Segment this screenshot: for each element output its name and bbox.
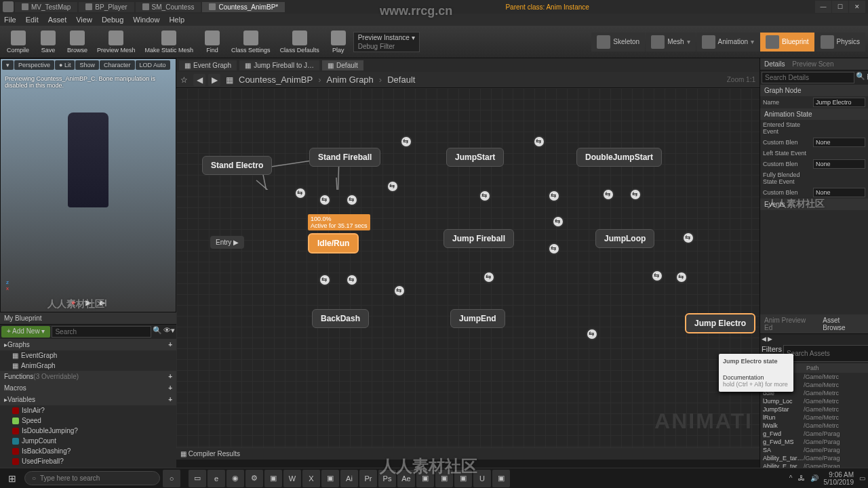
illustrator-icon[interactable]: Ai: [340, 470, 358, 487]
eye-icon[interactable]: 👁▾: [163, 326, 175, 338]
mode-physics[interactable]: Physics: [815, 33, 865, 52]
excel-icon[interactable]: X: [302, 470, 320, 487]
browse-button[interactable]: Browse: [63, 29, 92, 55]
var-jumpcount[interactable]: JumpCount: [0, 436, 176, 446]
class-defaults-button[interactable]: Class Defaults: [276, 29, 323, 55]
preview-scene-tab[interactable]: Preview Scen: [792, 60, 833, 68]
file-tab-0[interactable]: MV_TestMap: [15, 2, 77, 12]
transition-icon[interactable]: [387, 180, 399, 192]
transition-icon[interactable]: [586, 328, 598, 340]
transition-icon[interactable]: [483, 271, 495, 283]
compiler-results-header[interactable]: ▦ Compiler Results: [176, 448, 760, 460]
nav-back-button[interactable]: ◀: [193, 74, 205, 86]
var-isbackdashing[interactable]: IsBackDashing?: [0, 446, 176, 456]
var-isinair[interactable]: IsInAir?: [0, 405, 176, 415]
asset-row[interactable]: lJump_Loc/Game/Metrc: [760, 397, 868, 405]
node-idle-run[interactable]: Idle/Run: [308, 233, 359, 253]
var-isdoublejumping[interactable]: IsDoubleJumping?: [0, 426, 176, 436]
mode-mesh[interactable]: Mesh▾: [646, 33, 695, 52]
menu-file[interactable]: File: [4, 16, 16, 24]
viewport-perspective-button[interactable]: Perspective: [14, 60, 54, 70]
cortana-icon[interactable]: ○: [163, 470, 180, 487]
find-button[interactable]: Find: [199, 29, 226, 55]
node-jump-electro[interactable]: Jump Electro: [685, 313, 755, 333]
asset-browser-tab[interactable]: Asset Browse: [823, 317, 864, 331]
details-search[interactable]: [762, 72, 854, 83]
word-icon[interactable]: W: [283, 470, 301, 487]
transition-icon[interactable]: [346, 274, 358, 286]
add-variable-button[interactable]: +: [168, 396, 172, 403]
bc-animgraph[interactable]: Anim Graph: [326, 75, 373, 85]
graph-tab-transition[interactable]: ▦Jump Fireball to J…: [239, 60, 319, 70]
transition-icon[interactable]: [602, 188, 614, 201]
transition-icon[interactable]: [651, 270, 663, 282]
graphs-section[interactable]: ▸Graphs+: [0, 339, 176, 350]
anim-state-section[interactable]: Animation State: [760, 108, 868, 120]
node-jumpend[interactable]: JumpEnd: [450, 309, 505, 328]
asset-row[interactable]: Ability_E_target_additiv/Game/Parag: [760, 454, 868, 462]
file-tab-3[interactable]: Countess_AnimBP*: [202, 2, 285, 12]
node-jumploop[interactable]: JumpLoop: [595, 229, 654, 248]
favorite-icon[interactable]: ☆: [180, 75, 188, 85]
viewport-lit-button[interactable]: ● Lit: [55, 60, 75, 70]
menu-help[interactable]: Help: [169, 16, 184, 24]
make-static-mesh-button[interactable]: Make Static Mesh: [141, 29, 198, 55]
save-button[interactable]: Save: [35, 29, 62, 55]
nav-fwd-button[interactable]: ▶: [208, 74, 220, 86]
add-macro-button[interactable]: +: [168, 384, 172, 392]
my-blueprint-search[interactable]: [52, 326, 151, 338]
entry-node[interactable]: Entry ▶: [210, 236, 244, 249]
preview-mesh-button[interactable]: Preview Mesh: [93, 29, 140, 55]
graph-tab-default[interactable]: ▦Default: [322, 60, 363, 70]
animgraph-item[interactable]: ▦AnimGraph: [0, 361, 176, 371]
asset-row[interactable]: g_Fwd/Game/Parag: [760, 430, 868, 438]
bc-default[interactable]: Default: [387, 75, 415, 85]
asset-row[interactable]: SA/Game/Parag: [760, 446, 868, 454]
mode-animation[interactable]: Animation▾: [696, 33, 760, 52]
node-name-field[interactable]: Jump Electro: [813, 98, 865, 107]
graph-node-section[interactable]: Graph Node: [760, 85, 868, 96]
step-button[interactable]: ▶|: [98, 297, 108, 308]
tray-chevron-icon[interactable]: ^: [789, 474, 793, 482]
transition-icon[interactable]: [552, 216, 564, 228]
compile-button[interactable]: Compile: [3, 29, 33, 55]
aftereffects-icon[interactable]: Ae: [397, 470, 415, 487]
start-button[interactable]: ⊞: [3, 470, 22, 487]
chrome-icon[interactable]: ◉: [226, 470, 244, 487]
menu-debug[interactable]: Debug: [102, 16, 123, 24]
add-graph-button[interactable]: +: [168, 341, 172, 348]
file-tab-1[interactable]: BP_Player: [79, 2, 134, 12]
asset-row[interactable]: JumpStar/Game/Metrc: [760, 405, 868, 413]
state-machine-graph[interactable]: Entry ▶ Stand Electro Stand Fireball Jum…: [176, 88, 760, 447]
events-section[interactable]: Events: [760, 199, 868, 210]
graph-tab-eventgraph[interactable]: ▦Event Graph: [179, 60, 237, 70]
node-doublejumpstart[interactable]: DoubleJumpStart: [576, 148, 662, 167]
transition-icon[interactable]: [346, 194, 358, 206]
viewport-show-button[interactable]: Show: [75, 60, 99, 70]
transition-icon[interactable]: [675, 271, 688, 283]
premiere-icon[interactable]: Pr: [359, 470, 377, 487]
close-button[interactable]: ✕: [849, 1, 865, 13]
functions-section[interactable]: Functions (3 Overridable)+: [0, 371, 176, 382]
file-tab-2[interactable]: SM_Countess: [136, 2, 201, 12]
node-jumpstart[interactable]: JumpStart: [446, 148, 504, 167]
unreal-icon[interactable]: U: [473, 470, 491, 487]
node-backdash[interactable]: BackDash: [312, 309, 369, 328]
var-usedfireball[interactable]: UsedFireball?: [0, 456, 176, 466]
asset-row[interactable]: lRun/Game/Metrc: [760, 413, 868, 422]
play-preview-button[interactable]: ▶: [83, 297, 94, 308]
app4-icon[interactable]: ▣: [454, 470, 472, 487]
node-jump-fireball[interactable]: Jump Fireball: [443, 229, 514, 248]
viewport-menu-button[interactable]: ▾: [2, 60, 14, 70]
transition-icon[interactable]: [629, 188, 642, 201]
mode-skeleton[interactable]: Skeleton: [591, 33, 645, 52]
volume-icon[interactable]: 🔊: [810, 474, 818, 482]
viewport-character-button[interactable]: Character: [100, 60, 135, 70]
app2-icon[interactable]: ▣: [416, 470, 434, 487]
asset-row[interactable]: lWalk/Game/Metrc: [760, 422, 868, 430]
node-stand-electro[interactable]: Stand Electro: [202, 156, 272, 175]
viewport-lod-button[interactable]: LOD Auto: [136, 60, 170, 70]
clock-time[interactable]: 9:06 AM: [824, 471, 854, 479]
record-button[interactable]: ●: [68, 297, 79, 308]
transition-icon[interactable]: [393, 285, 406, 297]
